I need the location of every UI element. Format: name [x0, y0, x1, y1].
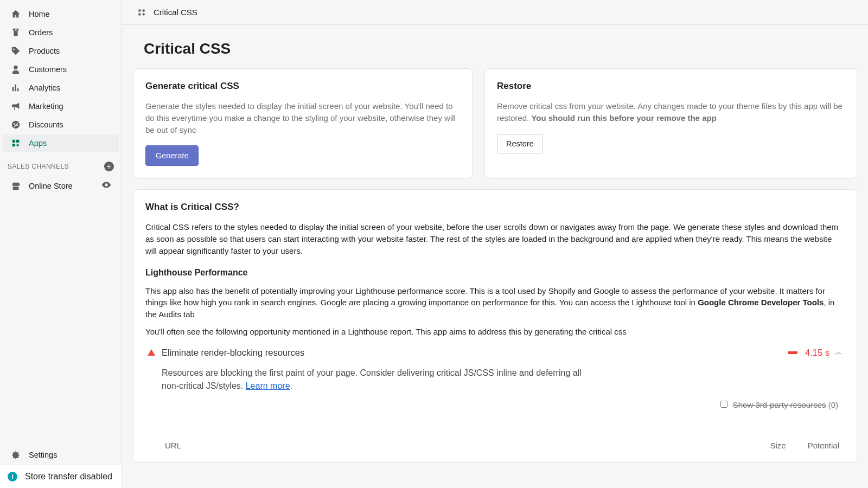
nav-discounts-label: Discounts [29, 120, 63, 129]
lighthouse-columns: URL Size Potential [162, 441, 843, 450]
third-party-toggle[interactable]: Show 3rd-party resources (0) [720, 400, 838, 409]
nav-apps-label: Apps [29, 139, 47, 147]
nav-orders-label: Orders [29, 28, 53, 37]
nav-list: Home Orders Products Customers Analytics [0, 4, 122, 445]
discount-icon [10, 119, 21, 130]
nav-settings[interactable]: Settings [3, 446, 119, 464]
nav-home-label: Home [29, 10, 50, 18]
card-restore-title: Restore [497, 81, 845, 92]
nav-orders[interactable]: Orders [3, 24, 119, 41]
nav-products[interactable]: Products [3, 42, 119, 60]
sidebar: Home Orders Products Customers Analytics [0, 0, 122, 488]
nav-customers-label: Customers [29, 65, 67, 74]
card-restore-body: Remove critical css from your website. A… [497, 100, 845, 124]
nav-online-store[interactable]: Online Store [3, 177, 119, 195]
lighthouse-header[interactable]: Eliminate render-blocking resources 4.15… [148, 348, 843, 358]
nav-products-label: Products [29, 47, 60, 55]
nav-online-store-label: Online Store [29, 182, 73, 190]
warning-triangle-icon [148, 349, 155, 356]
add-channel-icon[interactable]: + [104, 162, 114, 171]
card-generate: Generate critical CSS Generate the style… [133, 68, 473, 178]
nav-settings-label: Settings [29, 451, 57, 459]
info-panel: What is Critical CSS? Critical CSS refer… [133, 189, 857, 462]
bars-icon [10, 82, 21, 93]
col-url: URL [165, 441, 181, 450]
sales-channels-header: SALES CHANNELS + [0, 153, 122, 176]
sales-channels-label: SALES CHANNELS [8, 163, 69, 170]
chevron-up-icon: ︿ [835, 348, 843, 357]
nav-marketing[interactable]: Marketing [3, 98, 119, 115]
info-paragraph-2: This app also has the benefit of potenti… [145, 285, 845, 320]
nav-discounts[interactable]: Discounts [3, 116, 119, 133]
card-generate-body: Generate the styles needed to display th… [145, 100, 460, 136]
col-potential: Potential [808, 441, 839, 450]
nav-analytics[interactable]: Analytics [3, 79, 119, 97]
info-paragraph-1: Critical CSS refers to the styles needed… [145, 221, 845, 256]
info-heading-2: Lighthouse Performance [145, 268, 845, 278]
nav-analytics-label: Analytics [29, 84, 60, 92]
eye-icon[interactable] [101, 180, 111, 191]
lighthouse-title: Eliminate render-blocking resources [162, 348, 788, 358]
apps-icon [10, 138, 21, 149]
gear-icon [10, 450, 21, 460]
nav-apps[interactable]: Apps [3, 134, 119, 152]
apps-breadcrumb-icon [137, 8, 146, 17]
learn-more-link[interactable]: Learn more [246, 381, 290, 390]
breadcrumb: Critical CSS [122, 0, 868, 25]
breadcrumb-label: Critical CSS [154, 8, 197, 17]
info-icon: i [8, 472, 17, 481]
card-generate-title: Generate critical CSS [145, 81, 460, 92]
store-transfer-text: Store transfer disabled [25, 472, 112, 481]
col-size: Size [770, 441, 786, 450]
store-transfer-bar: i Store transfer disabled [0, 465, 122, 488]
lighthouse-time: 4.15 s [805, 348, 829, 358]
home-icon [10, 9, 21, 20]
megaphone-icon [10, 101, 21, 112]
third-party-checkbox[interactable] [720, 401, 727, 408]
card-restore: Restore Remove critical css from your we… [484, 68, 857, 178]
nav-marketing-label: Marketing [29, 102, 63, 111]
orders-icon [10, 27, 21, 38]
tag-icon [10, 46, 21, 56]
lighthouse-description: Resources are blocking the first paint o… [162, 367, 596, 393]
page-title: Critical CSS [133, 25, 857, 68]
main: Critical CSS Critical CSS Generate criti… [122, 0, 868, 488]
nav-customers[interactable]: Customers [3, 61, 119, 78]
lighthouse-bar-icon [788, 351, 797, 354]
generate-button[interactable]: Generate [145, 145, 199, 166]
info-paragraph-3: You'll often see the following opportuni… [145, 326, 845, 338]
store-icon [10, 181, 21, 191]
person-icon [10, 64, 21, 75]
info-heading-1: What is Critical CSS? [145, 202, 845, 213]
nav-home[interactable]: Home [3, 5, 119, 23]
restore-button[interactable]: Restore [497, 134, 543, 153]
lighthouse-item: Eliminate render-blocking resources 4.15… [145, 348, 845, 450]
